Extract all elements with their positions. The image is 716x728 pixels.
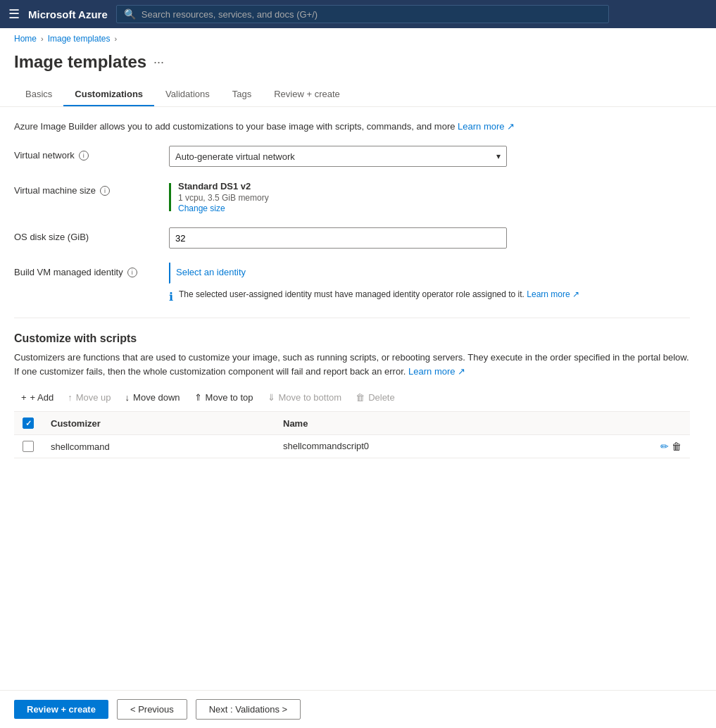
row-checkbox-cell: [14, 435, 42, 458]
tab-review-create[interactable]: Review + create: [263, 83, 351, 106]
table-row: shellcommand shellcommandscript0 ✏ 🗑: [14, 435, 690, 458]
delete-button[interactable]: 🗑 Delete: [348, 389, 402, 406]
vm-size-label: Virtual machine size i: [14, 181, 155, 196]
vm-size-info-icon[interactable]: i: [100, 186, 110, 196]
section-learn-more-link[interactable]: Learn more ↗: [408, 366, 465, 377]
virtual-network-label: Virtual network i: [14, 146, 155, 161]
row-delete-icon[interactable]: 🗑: [672, 441, 682, 452]
main-content: Azure Image Builder allows you to add cu…: [0, 107, 704, 472]
move-down-button[interactable]: ↓ Move down: [118, 389, 187, 406]
vm-size-field: Standard DS1 v2 1 vcpu, 3.5 GiB memory C…: [169, 181, 690, 213]
tab-tags[interactable]: Tags: [221, 83, 263, 106]
toolbar: + + Add ↑ Move up ↓ Move down ⇑ Move to …: [14, 389, 690, 412]
more-options-icon[interactable]: ···: [153, 55, 164, 70]
vm-size-change-link[interactable]: Change size: [178, 203, 225, 213]
identity-learn-more-link[interactable]: Learn more ↗: [527, 289, 579, 299]
divider: [14, 318, 690, 318]
build-vm-identity-info-icon[interactable]: i: [127, 268, 137, 277]
build-vm-identity-label: Build VM managed identity i: [14, 263, 155, 277]
customizers-table: Customizer Name shellcommand shellcomman…: [14, 412, 690, 458]
breadcrumb-parent[interactable]: Image templates: [48, 34, 111, 44]
vm-size-row: Virtual machine size i Standard DS1 v2 1…: [14, 181, 690, 213]
move-up-icon: ↑: [68, 392, 73, 403]
os-disk-input[interactable]: [169, 227, 507, 249]
build-vm-identity-row: Build VM managed identity i Select an id…: [14, 263, 690, 303]
os-disk-field: [169, 227, 690, 249]
identity-note: ℹ The selected user-assigned identity mu…: [169, 289, 690, 303]
section-heading: Customize with scripts: [14, 332, 690, 345]
info-learn-more-link[interactable]: Learn more ↗: [458, 121, 515, 132]
tab-basics[interactable]: Basics: [14, 83, 63, 106]
move-up-button[interactable]: ↑ Move up: [61, 389, 118, 406]
info-text: Azure Image Builder allows you to add cu…: [14, 121, 690, 132]
brand-name: Microsoft Azure: [28, 8, 108, 20]
vm-size-details: Standard DS1 v2 1 vcpu, 3.5 GiB memory C…: [178, 181, 269, 213]
move-down-icon: ↓: [125, 392, 130, 403]
virtual-network-row: Virtual network i Auto-generate virtual …: [14, 146, 690, 167]
virtual-network-field: Auto-generate virtual network ▾: [169, 146, 690, 167]
row-name-cell: shellcommandscript0 ✏ 🗑: [275, 435, 690, 458]
row-checkbox[interactable]: [23, 441, 34, 452]
move-to-bottom-button[interactable]: ⇓ Move to bottom: [260, 389, 349, 406]
build-vm-identity-field: Select an identity ℹ The selected user-a…: [169, 263, 690, 303]
th-checkbox: [14, 412, 42, 435]
identity-note-icon: ℹ: [169, 290, 173, 303]
move-to-top-icon: ⇑: [194, 392, 202, 403]
table-header-row: Customizer Name: [14, 412, 690, 435]
delete-icon: 🗑: [356, 392, 365, 403]
move-to-bottom-icon: ⇓: [268, 392, 275, 403]
tabs-bar: Basics Customizations Validations Tags R…: [0, 83, 716, 107]
top-nav: ☰ Microsoft Azure 🔍: [0, 0, 716, 28]
row-customizer-cell: shellcommand: [42, 435, 275, 458]
th-name: Name: [275, 412, 690, 435]
edit-icon[interactable]: ✏: [660, 441, 669, 452]
select-identity-link[interactable]: Select an identity: [169, 263, 246, 284]
vm-size-name: Standard DS1 v2: [178, 181, 269, 192]
os-disk-label: OS disk size (GiB): [14, 227, 155, 242]
customize-section: Customize with scripts Customizers are f…: [14, 332, 690, 458]
vm-size-box: Standard DS1 v2 1 vcpu, 3.5 GiB memory C…: [169, 181, 690, 213]
header-checkbox[interactable]: [23, 418, 34, 429]
os-disk-row: OS disk size (GiB): [14, 227, 690, 249]
search-bar: 🔍: [116, 5, 609, 23]
virtual-network-arrow: ▾: [496, 151, 501, 161]
breadcrumb-sep1: ›: [41, 34, 44, 43]
virtual-network-info-icon[interactable]: i: [79, 151, 89, 161]
tab-validations[interactable]: Validations: [154, 83, 221, 106]
page-header: Image templates ···: [0, 49, 716, 83]
th-customizer: Customizer: [42, 412, 275, 435]
row-actions: ✏ 🗑: [660, 441, 682, 452]
page-title: Image templates: [14, 52, 146, 72]
vm-size-accent-bar: [169, 183, 171, 211]
breadcrumb-sep2: ›: [114, 34, 117, 43]
section-desc: Customizers are functions that are used …: [14, 351, 690, 378]
search-input[interactable]: [142, 9, 601, 20]
identity-note-text: The selected user-assigned identity must…: [179, 289, 579, 299]
search-icon: 🔍: [124, 8, 136, 20]
vm-size-detail: 1 vcpu, 3.5 GiB memory: [178, 193, 269, 203]
hamburger-icon[interactable]: ☰: [8, 6, 20, 22]
add-icon: +: [21, 392, 27, 403]
breadcrumb: Home › Image templates ›: [0, 28, 716, 49]
breadcrumb-home[interactable]: Home: [14, 34, 37, 44]
tab-customizations[interactable]: Customizations: [63, 83, 154, 106]
add-button[interactable]: + + Add: [14, 389, 61, 406]
move-to-top-button[interactable]: ⇑ Move to top: [187, 389, 260, 406]
virtual-network-select[interactable]: Auto-generate virtual network ▾: [169, 146, 507, 167]
